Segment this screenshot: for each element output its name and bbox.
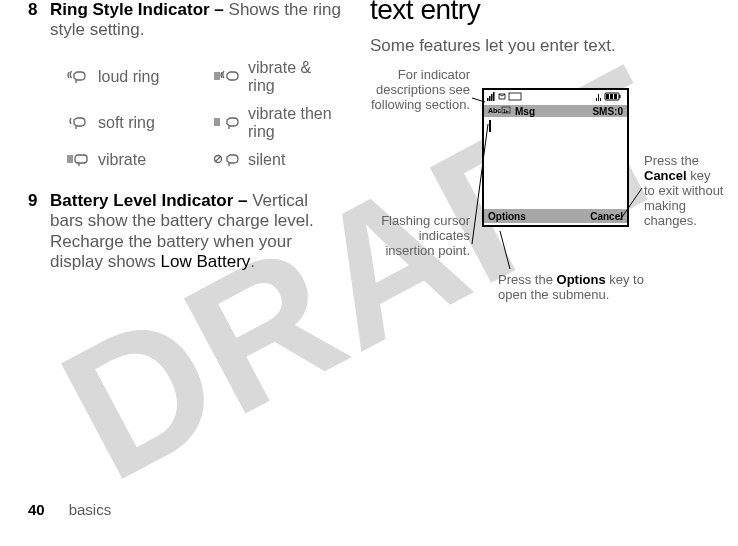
ring-label: silent: [248, 147, 340, 173]
svg-line-19: [472, 98, 485, 102]
svg-line-2: [216, 156, 221, 161]
silent-icon: [214, 151, 242, 168]
section-subtext: Some features let you enter text.: [370, 36, 710, 56]
svg-line-20: [472, 124, 488, 244]
page-footer: 40basics: [28, 501, 111, 518]
item-number: 8: [28, 0, 50, 39]
list-item-9: 9 Battery Level Indicator – Vertical bar…: [28, 191, 342, 273]
ring-label: vibrate & ring: [248, 55, 340, 99]
ring-label: vibrate then ring: [248, 101, 340, 145]
svg-line-22: [620, 188, 642, 220]
ring-style-table: loud ring vibrate & ring soft ring vibra…: [62, 53, 342, 175]
ring-label: vibrate: [98, 147, 208, 173]
ring-label: loud ring: [98, 55, 208, 99]
svg-rect-0: [75, 155, 87, 163]
list-item-8: 8 Ring Style Indicator – Shows the ring …: [28, 0, 342, 39]
vibrate-icon: [67, 151, 93, 168]
svg-line-21: [500, 231, 510, 269]
item-title: Battery Level Indicator –: [50, 191, 252, 210]
soft-ring-icon: [67, 114, 93, 131]
low-battery-text: Low Battery: [161, 252, 251, 271]
vibrate-then-ring-icon: [214, 114, 242, 131]
ring-label: soft ring: [98, 101, 208, 145]
leader-lines: [370, 68, 710, 358]
section-heading: text entry: [370, 0, 710, 26]
text-entry-diagram: Abc1▸ Msg SMS:0 Options Cancel For indic…: [370, 68, 710, 358]
loud-ring-icon: [67, 68, 93, 85]
item-number: 9: [28, 191, 50, 273]
footer-section: basics: [69, 501, 112, 518]
item-title: Ring Style Indicator –: [50, 0, 229, 19]
page-number: 40: [28, 501, 45, 518]
vibrate-ring-icon: [214, 68, 242, 85]
period: .: [250, 252, 255, 271]
